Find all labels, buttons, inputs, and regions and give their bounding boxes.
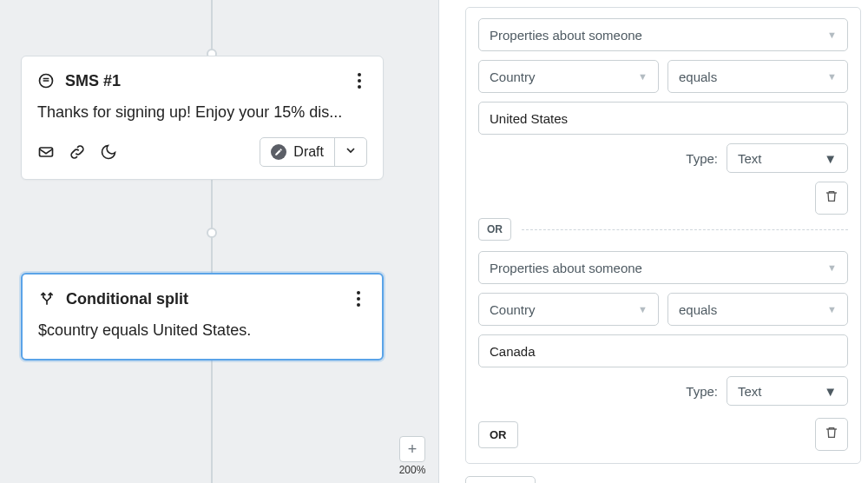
flow-canvas[interactable]: SMS #1 Thanks for signing up! Enjoy your…	[0, 0, 439, 483]
caret-down-icon: ▼	[827, 30, 837, 40]
svg-rect-1	[40, 148, 53, 156]
or-divider-line	[522, 229, 848, 230]
zoom-in-button[interactable]: +	[399, 436, 425, 462]
split-node-summary: $country equals United States.	[38, 321, 366, 340]
attachment-icon[interactable]	[69, 143, 86, 161]
caret-down-icon: ▼	[827, 304, 837, 314]
condition-panel: Properties about someone ▼ Country ▼ equ…	[439, 0, 868, 483]
pencil-icon	[271, 144, 286, 160]
type-select[interactable]: Text ▼	[727, 376, 848, 406]
caret-down-icon: ▼	[824, 151, 837, 166]
chevron-down-icon	[344, 143, 358, 161]
sms-node-title: SMS #1	[65, 72, 121, 90]
caret-down-icon: ▼	[827, 262, 837, 273]
or-divider-label: OR	[478, 218, 511, 241]
node-menu-button[interactable]	[352, 70, 367, 91]
sms-node-card[interactable]: SMS #1 Thanks for signing up! Enjoy your…	[21, 56, 384, 180]
property-select[interactable]: Country ▼	[478, 60, 659, 93]
node-menu-button[interactable]	[351, 288, 366, 309]
value-input[interactable]	[478, 334, 848, 367]
type-label: Type:	[686, 384, 718, 399]
value-input[interactable]	[478, 102, 848, 135]
caret-down-icon: ▼	[824, 384, 837, 399]
split-node-title: Conditional split	[66, 290, 188, 308]
category-select[interactable]: Properties about someone ▼	[478, 251, 848, 284]
add-or-button[interactable]: OR	[478, 421, 518, 448]
operator-select[interactable]: equals ▼	[667, 60, 848, 93]
zoom-level: 200%	[395, 464, 430, 476]
type-label: Type:	[686, 151, 718, 166]
caret-down-icon: ▼	[638, 304, 648, 314]
add-and-button[interactable]: + AND	[465, 476, 536, 483]
moon-icon[interactable]	[100, 143, 117, 161]
category-select[interactable]: Properties about someone ▼	[478, 18, 848, 51]
property-select[interactable]: Country ▼	[478, 293, 659, 326]
split-icon	[38, 290, 56, 308]
flow-connector-dot	[207, 228, 217, 238]
trash-icon	[825, 189, 838, 207]
trash-icon	[825, 426, 838, 443]
delete-condition-button[interactable]	[815, 182, 848, 215]
sms-node-preview: Thanks for signing up! Enjoy your 15% di…	[37, 103, 367, 122]
condition-group: Properties about someone ▼ Country ▼ equ…	[465, 7, 861, 464]
delete-condition-button[interactable]	[815, 418, 848, 451]
conditional-split-node-card[interactable]: Conditional split $country equals United…	[21, 273, 384, 361]
status-select[interactable]: Draft	[260, 137, 367, 167]
status-label: Draft	[293, 144, 324, 160]
type-select[interactable]: Text ▼	[727, 143, 848, 173]
preview-icon[interactable]	[37, 143, 55, 161]
sms-icon	[37, 72, 55, 89]
operator-select[interactable]: equals ▼	[667, 293, 848, 326]
caret-down-icon: ▼	[638, 71, 648, 82]
condition-block: Properties about someone ▼	[478, 18, 848, 51]
caret-down-icon: ▼	[827, 71, 837, 82]
